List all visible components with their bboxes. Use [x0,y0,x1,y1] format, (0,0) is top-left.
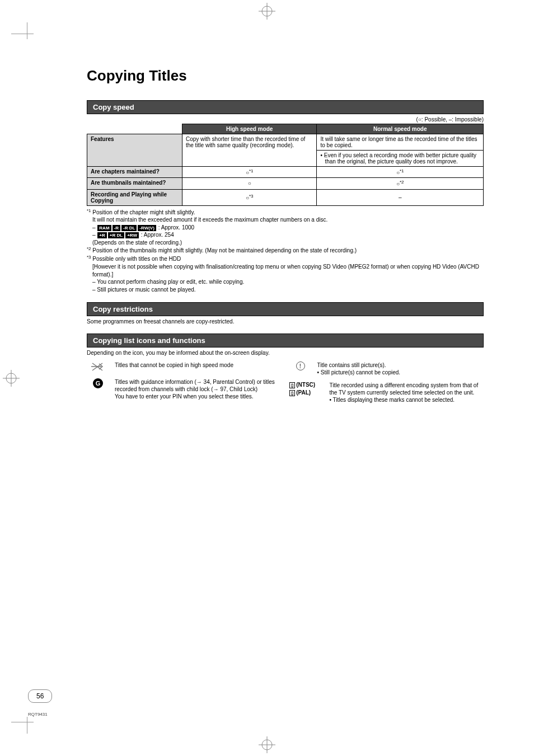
footnote-text: [However it is not possible when copying… [87,263,484,278]
still-picture-icon: ! [289,361,312,370]
footnote-text: It will not maintain the exceeded amount… [87,216,484,224]
footnote-text: – You cannot perform chasing play or edi… [87,278,484,286]
table-row: Are thumbnails maintained? ○ ○*2 [87,178,484,189]
icon-desc-bullet: • Titles displaying these marks cannot b… [330,396,484,403]
fn-sup: *2 [87,246,91,251]
encoding-system-icon: ▯ (NTSC) ▯ (PAL) [289,382,324,397]
row-label-chapters: Are chapters maintained? [87,167,182,178]
registration-mark-icon [259,3,275,20]
footnote-badges-line: – RAM-R-R DL-RW(V) : Approx. 1000 [87,224,484,232]
footnote-ref: *2 [400,180,404,185]
crossed-arrow-icon [90,361,106,372]
exclamation-circle-icon: ! [296,361,305,370]
icons-grid: Titles that cannot be copied in high spe… [87,361,484,409]
document-id: RQT9431 [28,712,48,717]
disc-badge: RAM [97,225,111,231]
table-header-normal-speed: Normal speed mode [317,124,484,134]
footnote-text: Position of the thumbnails might shift s… [91,248,357,254]
icon-row: ▯ (NTSC) ▯ (PAL) Title recorded using a … [289,382,484,403]
disc-badge: -R DL [121,225,137,231]
trim-mark [27,717,27,734]
icons-left-column: Titles that cannot be copied in high spe… [87,361,282,409]
rec-play-normal-cell: – [317,189,484,205]
section-heading-copy-speed: Copy speed [87,100,484,114]
disc-badge: +R DL [108,232,124,238]
crop-mark-top [259,3,275,20]
icon-desc-line: Title recorded using a different encodin… [330,382,484,396]
guidance-icon: G [87,378,109,388]
disc-badge: -RW(V) [138,225,156,231]
table-header-row: High speed mode Normal speed mode [87,124,484,134]
no-highspeed-icon [87,361,109,373]
table-header-high-speed: High speed mode [182,124,317,134]
features-normal-cell: It will take same or longer time as the … [317,134,484,167]
icon-desc-bullet: • Still picture(s) cannot be copied. [317,369,484,376]
rec-icon: ▯ [289,382,295,388]
page-number: 56 [28,689,52,703]
footnotes-block: *1 Position of the chapter might shift s… [87,208,484,293]
section-heading-icons: Copying list icons and functions [87,334,484,348]
footnote-text: Position of the chapter might shift slig… [91,209,195,215]
icon-row: Titles that cannot be copied in high spe… [87,361,282,373]
icons-intro-text: Depending on the icon, you may be inform… [87,350,484,356]
icon-row: ! Title contains still picture(s). • Sti… [289,361,484,376]
copy-speed-table: High speed mode Normal speed mode Featur… [87,124,484,206]
icon-row: G Titles with guidance information (→ 34… [87,378,282,400]
footnote-badges-line: – +R+R DL+RW : Approx. 254 [87,231,484,239]
row-label-features: Features [87,134,182,167]
thumbnails-normal-cell: ○*2 [317,178,484,189]
fn-sup: *3 [87,255,91,260]
footnote-text: : Approx. 1000 [157,224,194,231]
table-row: Recording and Playing while Copying ○*3 … [87,189,484,205]
rec-icon: ▯ [289,390,295,396]
trim-mark [11,34,34,34]
footnote-text: – Still pictures or music cannot be play… [87,286,484,294]
icon-desc-line: Title contains still picture(s). [317,361,484,369]
trim-mark [27,22,27,39]
thumbnails-high-cell: ○ [182,178,317,189]
features-normal-p1: It will take same or longer time as the … [317,134,483,151]
page-title: Copying Titles [87,67,484,84]
features-normal-p2: • Even if you select a recording mode wi… [320,151,480,165]
ntsc-label: (NTSC) [295,382,316,388]
footnote-text: (Depends on the state of recording.) [87,239,484,247]
rec-play-high-cell: ○*3 [182,189,317,205]
row-label-rec-play: Recording and Playing while Copying [87,189,182,205]
icon-description: Title contains still picture(s). • Still… [317,361,484,376]
icons-right-column: ! Title contains still picture(s). • Sti… [289,361,484,409]
chapters-high-cell: ○*1 [182,167,317,178]
row-label-thumbnails: Are thumbnails maintained? [87,178,182,189]
trim-mark [11,722,34,722]
registration-mark-icon [259,736,275,753]
fn-sup: *1 [87,208,91,213]
footnote-ref: *1 [249,168,254,173]
g-circle-icon: G [93,378,103,388]
disc-badge: +R [97,232,106,238]
chapters-normal-cell: ○*1 [317,167,484,178]
table-header-empty [87,124,182,134]
footnote-text: : Approx. 254 [139,232,174,238]
icon-description: Titles with guidance information (→ 34, … [115,378,282,400]
footnote-text: Possible only with titles on the HDD [91,256,181,262]
features-high-cell: Copy with shorter time than the recorded… [182,134,317,167]
table-legend: (○: Possible, –: Impossible) [87,116,484,123]
registration-mark-icon [3,370,20,387]
footnote-ref: *1 [400,168,404,173]
pal-label: (PAL) [295,389,311,396]
table-row: Are chapters maintained? ○*1 ○*1 [87,167,484,178]
table-row: Features Copy with shorter time than the… [87,134,484,167]
restrictions-text: Some programmes on freesat channels are … [87,318,484,325]
disc-badge: +RW [125,232,139,238]
crop-mark-bottom [259,736,275,753]
crop-mark-left [3,370,20,387]
section-heading-restrictions: Copy restrictions [87,302,484,316]
disc-badge: -R [113,225,120,231]
icon-description: Title recorded using a different encodin… [330,382,484,403]
footnote-ref: *3 [249,194,254,199]
icon-description: Titles that cannot be copied in high spe… [115,361,282,369]
